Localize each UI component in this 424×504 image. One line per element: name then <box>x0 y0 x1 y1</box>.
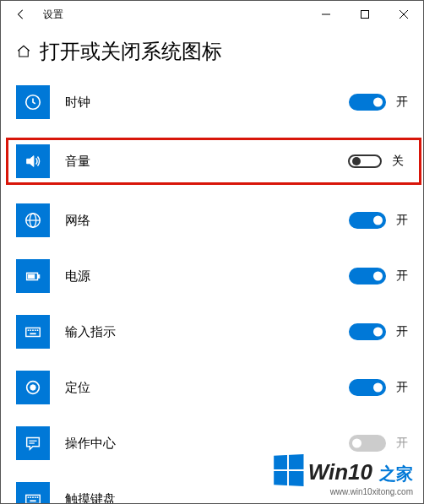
toggle-state: 开 <box>396 268 411 284</box>
toggle-clock[interactable] <box>349 94 386 111</box>
item-label: 网络 <box>65 213 90 229</box>
svg-rect-9 <box>38 275 40 279</box>
settings-list: 时钟 开 音量 关 网络 开 电源 开 <box>1 72 423 504</box>
watermark-suffix: 之家 <box>379 463 413 485</box>
toggle-volume[interactable] <box>348 154 382 168</box>
item-input: 输入指示 开 <box>16 312 423 352</box>
toggle-state: 开 <box>396 380 411 395</box>
close-button[interactable] <box>384 1 423 28</box>
minimize-button[interactable] <box>307 1 345 28</box>
toggle-state: 开 <box>396 213 411 228</box>
toggle-action-center <box>349 435 386 452</box>
svg-point-19 <box>30 385 35 390</box>
item-label: 电源 <box>65 268 90 285</box>
volume-icon <box>16 144 50 178</box>
item-clock: 时钟 开 <box>16 82 423 122</box>
watermark-text: Win10 <box>308 459 372 485</box>
svg-rect-22 <box>26 495 41 503</box>
touch-keyboard-icon <box>16 482 50 504</box>
watermark: Win10之家 www.win10xitong.com <box>273 455 413 496</box>
toggle-power[interactable] <box>349 268 386 285</box>
keyboard-icon <box>16 315 50 349</box>
svg-rect-10 <box>29 274 35 279</box>
page-title: 打开或关闭系统图标 <box>40 38 222 65</box>
toggle-location[interactable] <box>349 379 386 396</box>
clock-icon <box>16 85 50 119</box>
item-label: 定位 <box>65 380 90 396</box>
svg-rect-11 <box>26 328 41 336</box>
toggle-state: 开 <box>396 436 411 451</box>
item-label: 时钟 <box>65 95 90 111</box>
windows-logo-icon <box>274 454 303 486</box>
svg-rect-1 <box>361 11 369 19</box>
maximize-button[interactable] <box>345 1 384 28</box>
toggle-network[interactable] <box>349 212 386 229</box>
action-center-icon <box>16 426 50 460</box>
window-controls <box>307 1 423 28</box>
toggle-state: 开 <box>396 95 411 110</box>
window-title: 设置 <box>43 8 63 22</box>
toggle-input[interactable] <box>349 323 386 340</box>
location-icon <box>16 371 50 404</box>
item-label: 触摸键盘 <box>65 491 116 505</box>
back-button[interactable] <box>8 1 35 28</box>
home-icon[interactable] <box>16 44 31 59</box>
watermark-url: www.win10xitong.com <box>273 487 413 496</box>
item-volume: 音量 关 <box>6 138 421 185</box>
item-network: 网络 开 <box>16 200 423 241</box>
item-label: 操作中心 <box>65 436 116 452</box>
titlebar: 设置 <box>1 1 423 28</box>
item-label: 音量 <box>65 154 90 170</box>
item-power: 电源 开 <box>16 256 423 296</box>
network-icon <box>16 203 50 237</box>
item-label: 输入指示 <box>65 324 116 340</box>
item-location: 定位 开 <box>16 367 423 408</box>
toggle-state: 开 <box>396 324 411 339</box>
power-icon <box>16 259 50 293</box>
toggle-state: 关 <box>392 154 407 169</box>
page-header: 打开或关闭系统图标 <box>1 28 423 72</box>
